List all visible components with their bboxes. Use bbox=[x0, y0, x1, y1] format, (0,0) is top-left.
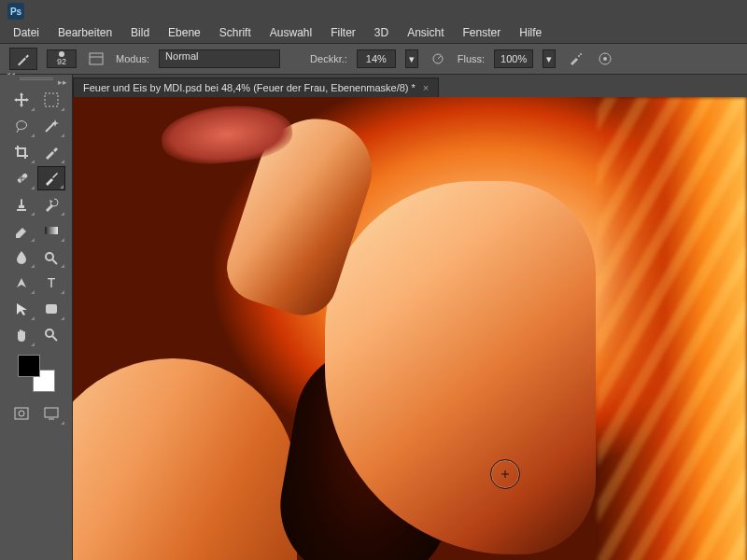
svg-line-17 bbox=[52, 336, 57, 341]
tools-panel: ▸▸ T bbox=[0, 75, 73, 560]
lasso-tool[interactable] bbox=[7, 114, 35, 138]
svg-rect-7 bbox=[45, 93, 58, 106]
svg-point-16 bbox=[46, 329, 53, 337]
screenmode-tool[interactable] bbox=[37, 401, 65, 426]
brush-preset-picker[interactable]: 92 bbox=[47, 49, 77, 69]
dodge-tool[interactable] bbox=[37, 245, 65, 269]
opacity-dropdown[interactable]: ▾ bbox=[405, 49, 418, 68]
crop-tool[interactable] bbox=[7, 140, 35, 164]
menu-ebene[interactable]: Ebene bbox=[159, 26, 210, 39]
shape-tool[interactable] bbox=[37, 297, 65, 321]
menu-auswahl[interactable]: Auswahl bbox=[261, 26, 321, 39]
opacity-label: Deckkr.: bbox=[310, 53, 347, 64]
path-select-tool[interactable] bbox=[7, 297, 35, 321]
type-tool[interactable]: T bbox=[37, 271, 65, 295]
mode-label: Modus: bbox=[116, 53, 149, 64]
eraser-tool[interactable] bbox=[7, 218, 35, 243]
hand-tool[interactable] bbox=[7, 323, 35, 347]
healing-tool[interactable] bbox=[7, 166, 35, 190]
menu-datei[interactable]: Datei bbox=[4, 26, 49, 39]
blur-tool[interactable] bbox=[7, 245, 35, 269]
menu-hilfe[interactable]: Hilfe bbox=[510, 26, 551, 39]
menu-bild[interactable]: Bild bbox=[121, 26, 159, 39]
tablet-pressure-icon[interactable] bbox=[595, 49, 615, 69]
brush-tool[interactable] bbox=[37, 166, 65, 190]
flow-input[interactable]: 100% bbox=[494, 49, 533, 68]
menu-filter[interactable]: Filter bbox=[321, 26, 365, 39]
menu-3d[interactable]: 3D bbox=[365, 26, 398, 39]
svg-line-13 bbox=[52, 259, 57, 264]
svg-point-6 bbox=[603, 57, 607, 61]
stamp-tool[interactable] bbox=[7, 192, 35, 217]
color-swatches[interactable] bbox=[18, 355, 55, 392]
panel-grip[interactable] bbox=[20, 77, 53, 82]
document-tab-title: Feuer und Eis by MDI.psd bei 48,4% (Feue… bbox=[83, 82, 416, 93]
blend-mode-select[interactable]: Normal bbox=[159, 49, 280, 68]
pen-tool[interactable] bbox=[7, 271, 35, 295]
opacity-pressure-icon[interactable] bbox=[428, 49, 448, 69]
svg-rect-11 bbox=[45, 227, 58, 234]
svg-rect-15 bbox=[46, 304, 57, 314]
canvas-image bbox=[73, 97, 747, 560]
document-tab[interactable]: Feuer und Eis by MDI.psd bei 48,4% (Feue… bbox=[73, 77, 439, 97]
flow-dropdown[interactable]: ▾ bbox=[543, 49, 556, 68]
flow-label: Fluss: bbox=[458, 53, 485, 64]
svg-text:T: T bbox=[47, 275, 55, 290]
menu-fenster[interactable]: Fenster bbox=[454, 26, 511, 39]
svg-rect-18 bbox=[15, 408, 28, 419]
wand-tool[interactable] bbox=[37, 114, 65, 138]
menu-ansicht[interactable]: Ansicht bbox=[398, 26, 453, 39]
eyedropper-tool[interactable] bbox=[37, 140, 65, 164]
airbrush-icon[interactable] bbox=[565, 49, 585, 69]
options-bar: 92 Modus: Normal Deckkr.: 14% ▾ Fluss: 1… bbox=[0, 43, 747, 75]
svg-rect-20 bbox=[45, 408, 58, 417]
brush-size-value: 92 bbox=[57, 58, 66, 67]
quickmask-tool[interactable] bbox=[7, 401, 35, 426]
collapse-tools-icon[interactable]: ▸▸ bbox=[58, 77, 67, 87]
close-tab-icon[interactable]: × bbox=[423, 82, 429, 93]
canvas-area[interactable] bbox=[73, 97, 747, 560]
history-brush-tool[interactable] bbox=[37, 192, 65, 217]
svg-point-19 bbox=[19, 411, 24, 416]
svg-point-3 bbox=[578, 55, 580, 57]
svg-point-4 bbox=[580, 53, 582, 55]
svg-point-12 bbox=[46, 253, 53, 260]
gradient-tool[interactable] bbox=[37, 218, 65, 243]
move-tool[interactable] bbox=[7, 88, 35, 112]
brush-cursor-icon bbox=[490, 459, 520, 489]
menu-bearbeiten[interactable]: Bearbeiten bbox=[49, 26, 121, 39]
app-logo: Ps bbox=[7, 3, 24, 20]
foreground-color-swatch[interactable] bbox=[18, 355, 40, 377]
menu-bar: Datei Bearbeiten Bild Ebene Schrift Ausw… bbox=[0, 22, 747, 43]
svg-rect-0 bbox=[90, 53, 103, 64]
tool-preset-picker[interactable] bbox=[9, 48, 37, 70]
menu-schrift[interactable]: Schrift bbox=[210, 26, 261, 39]
opacity-input[interactable]: 14% bbox=[357, 49, 396, 68]
brush-panel-toggle[interactable] bbox=[86, 49, 106, 69]
zoom-tool[interactable] bbox=[37, 323, 65, 347]
marquee-tool[interactable] bbox=[37, 88, 65, 112]
